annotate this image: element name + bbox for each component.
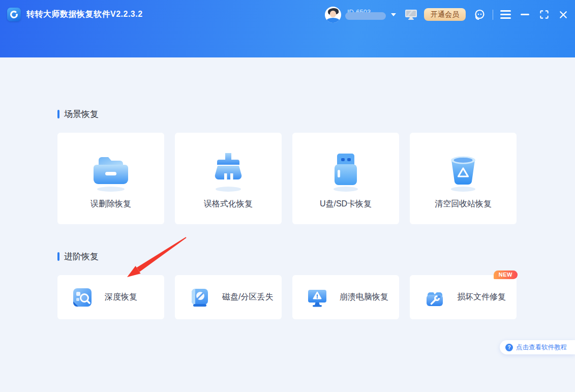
- maximize-icon[interactable]: [539, 10, 549, 19]
- disk-lost-icon: [189, 286, 211, 309]
- app-logo-icon: [7, 8, 21, 21]
- monitor-icon[interactable]: [405, 9, 417, 20]
- crashed-pc-icon: [306, 286, 328, 309]
- card-recycle-bin-recovery[interactable]: 清空回收站恢复: [410, 133, 517, 224]
- card-label: U盘/SD卡恢复: [320, 199, 372, 209]
- titlebar: 转转大师数据恢复软件V2.2.3.2 ID-6503 开通会员: [0, 0, 575, 29]
- main-content: 场景恢复 误删除恢复: [57, 57, 517, 319]
- section-title-scenario: 场景恢复: [57, 108, 517, 120]
- advanced-card-row: 深度恢复 磁盘/分区丢失: [57, 275, 517, 319]
- id-blur-mask: [345, 12, 386, 20]
- scenario-card-row: 误删除恢复 误格式化恢复: [57, 133, 517, 224]
- card-label: 误格式化恢复: [204, 199, 253, 209]
- titlebar-divider: [493, 10, 493, 20]
- dropdown-caret-icon[interactable]: [391, 13, 396, 16]
- tutorial-link[interactable]: ? 点击查看软件教程: [500, 340, 575, 354]
- headset-support-icon[interactable]: [473, 9, 486, 21]
- folder-icon: [86, 149, 135, 193]
- tutorial-label: 点击查看软件教程: [516, 343, 567, 352]
- section-accent-bar: [57, 110, 59, 118]
- close-icon[interactable]: [559, 10, 568, 19]
- card-deep-recovery[interactable]: 深度恢复: [57, 275, 164, 319]
- card-label: 误删除恢复: [90, 199, 131, 209]
- minimize-icon[interactable]: [521, 14, 529, 15]
- app-title: 转转大师数据恢复软件V2.2.3.2: [26, 9, 143, 20]
- section-title-text: 进阶恢复: [64, 251, 99, 262]
- card-label: 崩溃电脑恢复: [340, 292, 388, 303]
- card-damaged-file-repair[interactable]: NEW 损坏文件修复: [410, 275, 517, 319]
- card-label: 深度恢复: [105, 292, 137, 303]
- section-title-advanced: 进阶恢复: [57, 251, 517, 262]
- file-repair-icon: [423, 286, 446, 309]
- card-usb-sd-recovery[interactable]: U盘/SD卡恢复: [292, 133, 399, 224]
- card-label: 损坏文件修复: [457, 292, 506, 303]
- new-badge: NEW: [494, 270, 518, 279]
- card-label: 清空回收站恢复: [435, 199, 492, 209]
- user-id-redacted: ID-6503: [345, 10, 387, 20]
- deep-scan-icon: [71, 286, 94, 309]
- question-circle-icon: ?: [505, 344, 513, 351]
- card-format-recovery[interactable]: 误格式化恢复: [175, 133, 282, 224]
- avatar[interactable]: [325, 7, 341, 23]
- card-crashed-pc-recovery[interactable]: 崩溃电脑恢复: [292, 275, 399, 319]
- section-title-text: 场景恢复: [64, 108, 99, 120]
- header-bar: 转转大师数据恢复软件V2.2.3.2 ID-6503 开通会员: [0, 0, 575, 57]
- vip-button[interactable]: 开通会员: [424, 8, 466, 21]
- recycle-bin-icon: [439, 149, 488, 193]
- broom-icon: [204, 149, 253, 193]
- usb-drive-icon: [321, 149, 370, 193]
- card-disk-partition-lost[interactable]: 磁盘/分区丢失: [175, 275, 282, 319]
- card-label: 磁盘/分区丢失: [222, 292, 273, 303]
- section-accent-bar: [57, 252, 59, 261]
- hamburger-menu-icon[interactable]: [500, 10, 511, 19]
- card-deleted-recovery[interactable]: 误删除恢复: [57, 133, 164, 224]
